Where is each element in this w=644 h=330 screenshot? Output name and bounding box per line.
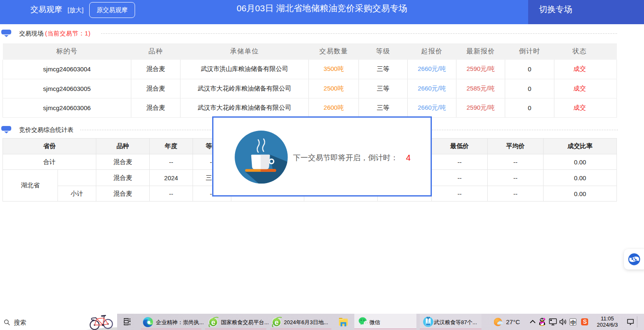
svg-text:e: e [275, 318, 279, 327]
svg-text:e: e [211, 318, 216, 327]
